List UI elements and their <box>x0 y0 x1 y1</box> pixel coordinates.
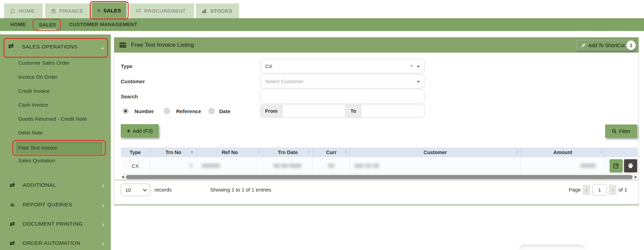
radio-date[interactable] <box>208 108 215 114</box>
cell-ref-no: 000000 <box>197 157 263 174</box>
column-header-actions <box>605 148 638 157</box>
app-screen: HOME FINANCE SALES PROCUREMENT STOCKS HO… <box>0 0 644 250</box>
customer-select[interactable]: Select Customer <box>260 74 425 88</box>
redacted-value: 00000 <box>581 163 596 169</box>
sidebar-section-order-automation[interactable]: ⇄ ORDER AUTOMATION › <box>0 239 111 249</box>
column-label: Curr <box>326 150 337 155</box>
print-button[interactable] <box>624 159 637 172</box>
tab-sales[interactable]: SALES <box>92 2 127 18</box>
scrollbar-thumb[interactable] <box>126 175 633 179</box>
column-header-curr[interactable]: Curr <box>313 148 350 157</box>
sidebar-item-customer-sales-order[interactable]: Customer Sales Order <box>18 60 69 67</box>
current-page-input[interactable]: 1 <box>592 184 607 196</box>
plus-icon: + <box>127 128 130 134</box>
column-header-customer[interactable]: Customer <box>350 148 521 157</box>
from-date-input[interactable] <box>282 105 345 117</box>
add-button[interactable]: + Add (F3) <box>121 124 159 138</box>
tab-home[interactable]: HOME <box>4 3 43 18</box>
radio-date-label: Date <box>219 108 230 114</box>
sidebar-section-document-printing[interactable]: ⇄ DOCUMENT PRINTING › <box>0 219 111 230</box>
tab-procurement[interactable]: PROCUREMENT <box>130 3 194 18</box>
tab-stocks[interactable]: STOCKS <box>196 3 239 18</box>
edit-button[interactable] <box>610 159 623 172</box>
free-text-invoice-listing-panel: Free Text Invoice Listing Add To ShortCu… <box>114 37 639 205</box>
column-header-trn-date[interactable]: Trn Date <box>263 148 313 157</box>
sort-icon <box>308 150 311 154</box>
customer-placeholder: Select Customer <box>265 78 303 84</box>
subnav-item-sales[interactable]: SALES <box>39 20 56 30</box>
chevron-right-icon: › <box>102 181 104 189</box>
sort-desc-icon: ▼ <box>190 148 194 157</box>
sidebar-section-label: ORDER AUTOMATION <box>23 240 80 246</box>
type-label: Type <box>121 63 132 69</box>
sidebar: ⇄ SALES OPERATIONS › Customer Sales Orde… <box>0 34 111 250</box>
search-input[interactable] <box>265 89 419 103</box>
scroll-right-icon[interactable] <box>635 176 637 178</box>
sidebar-item-sales-quotation[interactable]: Sales Quotation <box>18 157 55 165</box>
chevron-down-icon <box>143 187 147 191</box>
swap-arrows-icon: ⇄ <box>10 182 15 189</box>
column-header-trn-no[interactable]: Trn No▼ <box>150 148 197 157</box>
filter-button[interactable]: Filter <box>605 124 637 138</box>
column-header-amount[interactable]: Amount <box>521 148 605 157</box>
sidebar-section-additional[interactable]: ⇄ ADDITIONAL › <box>0 181 111 191</box>
type-select[interactable]: CX × <box>260 59 425 73</box>
tab-label: FINANCE <box>60 8 83 14</box>
redacted-value: 000000 <box>202 163 220 169</box>
rocket-icon <box>580 43 586 48</box>
horizontal-scrollbar[interactable] <box>121 175 638 180</box>
radio-number-label: Number <box>135 108 154 114</box>
subnav-item-customer-management[interactable]: CUSTOMER MANAGEMENT <box>69 18 137 31</box>
sidebar-item-invoice-on-order[interactable]: Invoice On Order <box>18 74 57 81</box>
sidebar-item-debit-note[interactable]: Debit Note <box>18 130 43 137</box>
hamburger-icon[interactable] <box>119 43 126 47</box>
sidebar-item-cash-invoice[interactable]: Cash Invoice <box>18 102 48 109</box>
page-size-select[interactable]: 10 <box>121 184 150 196</box>
to-date-input[interactable] <box>361 105 424 117</box>
chevron-down-icon[interactable] <box>417 66 420 68</box>
tab-finance[interactable]: FINANCE <box>45 3 99 18</box>
customer-label: Customer <box>121 78 145 84</box>
sidebar-section-report-queries[interactable]: REPORT QUERIES › <box>0 200 111 210</box>
sidebar-section-label: SALES OPERATIONS <box>22 44 77 50</box>
cell-customer: 000 00 00 <box>350 157 521 174</box>
search-input-wrap <box>260 89 425 104</box>
cell-value: CX <box>132 163 139 169</box>
type-value: CX <box>265 63 272 69</box>
page-of-label: of 1 <box>619 187 627 193</box>
subnav-item-home[interactable]: HOME <box>10 18 26 31</box>
chevron-right-icon: › <box>102 220 104 228</box>
sidebar-item-credit-invoice[interactable]: Credit Invoice <box>18 88 50 96</box>
divider <box>114 180 638 180</box>
sort-icon <box>258 150 260 154</box>
column-label: Type <box>130 150 141 155</box>
tab-label: PROCUREMENT <box>144 8 186 14</box>
shortcut-count-badge: 1 <box>626 41 636 50</box>
cell-trn-no: 0 <box>150 157 197 174</box>
add-to-shortcut-label: Add To ShortCut <box>588 43 625 48</box>
table-header-row: Type Trn No▼ Ref No Trn Date Curr Custom… <box>121 148 638 157</box>
scroll-left-icon[interactable] <box>122 176 124 178</box>
table-row[interactable]: CX 0 000000 00-00-0000 00 000 00 00 0000… <box>121 157 638 174</box>
cart-icon <box>97 8 100 13</box>
radio-reference[interactable] <box>164 108 170 114</box>
previous-page-button[interactable]: ‹ <box>583 185 590 195</box>
add-to-shortcut-button[interactable]: Add To ShortCut 1 <box>577 40 634 51</box>
redacted-value: 00-00-0000 <box>274 163 302 169</box>
next-page-button[interactable]: › <box>609 185 616 195</box>
stocks-chart-icon <box>201 8 207 14</box>
column-header-type[interactable]: Type <box>121 148 150 157</box>
cell-actions <box>605 157 638 174</box>
sidebar-item-free-text-invoice[interactable]: Free Text Invoice <box>18 145 57 152</box>
sidebar-section-label: REPORT QUERIES <box>23 202 72 208</box>
clear-icon[interactable]: × <box>410 63 413 69</box>
column-header-ref-no[interactable]: Ref No <box>197 148 263 157</box>
cell-curr: 00 <box>313 157 350 174</box>
sidebar-item-goods-returned-credit-note[interactable]: Goods Returned - Credit Note <box>18 116 87 123</box>
printer-icon <box>627 163 634 169</box>
column-label: Ref No <box>222 150 238 155</box>
search-icon <box>612 129 617 134</box>
sort-icon <box>345 150 347 154</box>
radio-number[interactable] <box>122 108 129 114</box>
chevron-down-icon[interactable] <box>417 81 420 83</box>
